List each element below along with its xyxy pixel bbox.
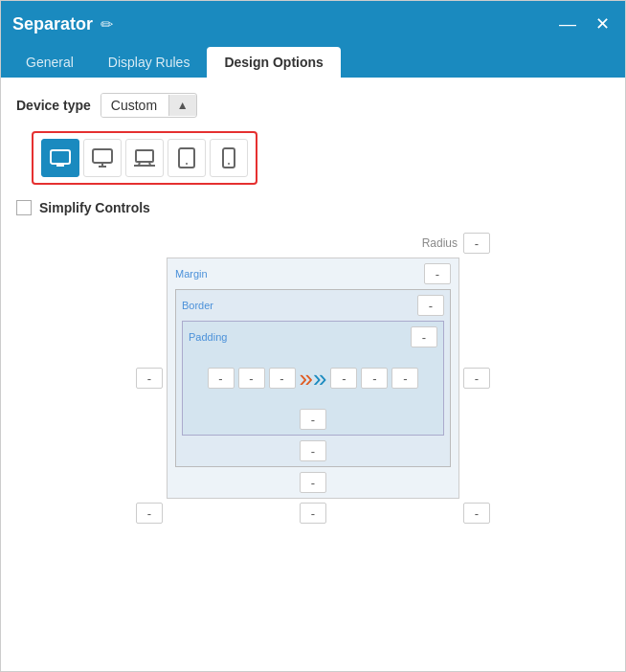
chevron-logo-icon: »» [300,366,327,391]
tab-design-options[interactable]: Design Options [207,47,340,78]
all-devices-icon-button[interactable] [41,139,79,177]
radius-minus-button[interactable]: - [463,233,490,254]
padding-left2-button[interactable]: - [238,368,265,389]
margin-label: Margin [175,268,208,280]
title-bar-right: — ✕ [555,13,614,34]
radius-row: Radius - [136,233,490,254]
device-type-value: Custom [101,94,168,117]
padding-bottom-button[interactable]: - [300,409,326,430]
radius-label: Radius [422,236,458,250]
padding-left3-button[interactable]: - [269,368,296,389]
padding-top-button[interactable]: - [411,326,437,347]
border-bottom-button[interactable]: - [300,440,326,461]
padding-left-button[interactable]: - [208,368,235,389]
padding-label: Padding [189,331,227,343]
tab-general[interactable]: General [9,47,91,78]
margin-top-button[interactable]: - [424,263,451,284]
content-area: Device type Custom ▲ [1,78,625,671]
svg-rect-3 [93,149,112,163]
simplify-controls-checkbox[interactable] [16,200,32,215]
minimize-button[interactable]: — [555,13,580,34]
laptop-icon-button[interactable] [125,139,164,177]
tab-bar: General Display Rules Design Options [1,47,625,78]
margin-bottom-button[interactable]: - [300,472,326,493]
mobile-icon-button[interactable] [210,139,248,177]
device-type-arrow-icon[interactable]: ▲ [168,95,196,116]
desktop-icon-button[interactable] [83,139,122,177]
bottom-right-button[interactable]: - [463,503,490,524]
svg-rect-0 [51,150,70,164]
device-type-dropdown[interactable]: Custom ▲ [101,93,197,118]
padding-right3-button[interactable]: - [391,368,418,389]
bottom-center-button[interactable]: - [300,503,326,524]
border-top-button[interactable]: - [417,295,444,316]
device-type-row: Device type Custom ▲ [16,93,610,118]
padding-right-button[interactable]: - [330,368,357,389]
title-bar: Separator ✏ — ✕ [1,1,625,47]
title-bar-left: Separator ✏ [12,14,113,34]
tablet-icon-button[interactable] [168,139,206,177]
close-button[interactable]: ✕ [592,13,614,34]
main-window: Separator ✏ — ✕ General Display Rules De… [0,0,626,672]
padding-right2-button[interactable]: - [361,368,388,389]
device-type-label: Device type [16,98,91,113]
svg-rect-6 [136,150,153,162]
border-label: Border [182,300,213,311]
edit-icon[interactable]: ✏ [101,15,113,34]
box-model-diagram: Radius - - Margin - Border [136,233,490,524]
window-title: Separator [12,14,93,34]
margin-left-outer-button[interactable]: - [136,368,163,389]
margin-right-outer-button[interactable]: - [463,368,490,389]
device-icons-container [32,131,257,185]
simplify-controls-label: Simplify Controls [39,200,150,215]
bottom-left-button[interactable]: - [136,503,163,524]
simplify-controls-row: Simplify Controls [16,200,610,215]
tab-display-rules[interactable]: Display Rules [91,47,208,78]
